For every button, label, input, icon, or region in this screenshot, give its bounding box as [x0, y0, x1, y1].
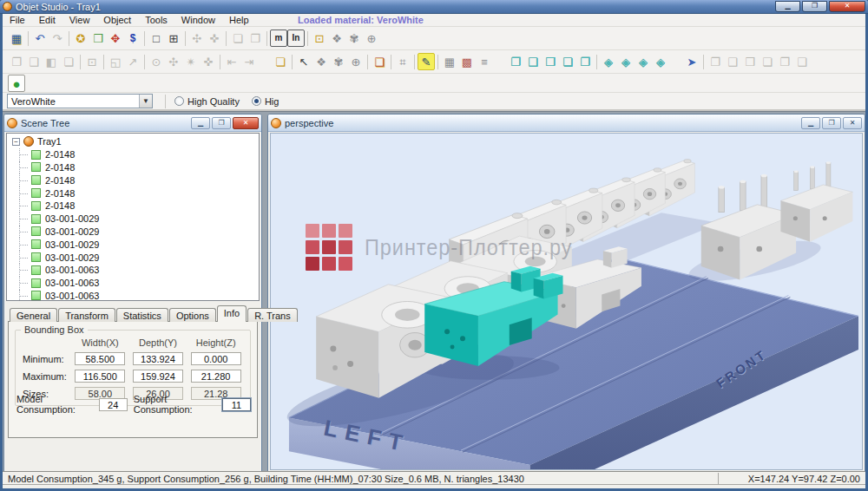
part-node-icon: [31, 278, 41, 288]
perspective-titlebar[interactable]: perspective ▁ ❐ ✕: [268, 115, 865, 132]
part-node-icon: [31, 226, 41, 236]
tree-root-row[interactable]: − Tray1: [7, 135, 259, 148]
col-height-z: Height(Z): [187, 337, 245, 348]
material-status-icon[interactable]: ●: [8, 75, 25, 92]
perspective-maximize-button[interactable]: ❐: [822, 117, 841, 129]
zoom-region-icon[interactable]: ⊡: [311, 29, 328, 47]
status-summary: Model Consumption_345 g, Support Consump…: [3, 473, 718, 485]
tree-item[interactable]: 2-0148: [7, 161, 259, 174]
toolbar-separator: [103, 55, 104, 69]
rotate-y-icon[interactable]: ◈: [617, 53, 635, 70]
group-objects-icon[interactable]: ❏: [272, 53, 289, 70]
minimum-z-field[interactable]: 0.000: [191, 352, 241, 365]
part-node-icon: [31, 252, 41, 262]
inches-icon[interactable]: In: [287, 29, 305, 47]
tree-view-icon[interactable]: ✾: [345, 29, 363, 47]
tab-r-trans[interactable]: R. Trans: [247, 308, 298, 322]
scene-tree-minimize-button[interactable]: ▁: [191, 117, 210, 129]
millimeters-icon[interactable]: m: [270, 29, 287, 47]
tab-info[interactable]: Info: [217, 305, 247, 322]
select-cursor-icon[interactable]: ↖: [295, 53, 312, 70]
insert-object-icon[interactable]: ❒: [89, 29, 107, 47]
tab-statistics[interactable]: Statistics: [116, 308, 168, 322]
window-minimize-button[interactable]: ▁: [775, 1, 800, 12]
transform-box-icon[interactable]: ⌗: [394, 53, 411, 70]
tab-options[interactable]: Options: [169, 308, 216, 322]
tree-item[interactable]: 03-001-0029: [7, 251, 259, 264]
cube-face-front-icon[interactable]: ❏: [559, 53, 576, 70]
window-link-icon[interactable]: ⊕: [363, 29, 380, 47]
tree-item[interactable]: 03-001-0029: [7, 226, 259, 239]
tree-item[interactable]: 03-001-0063: [7, 277, 259, 290]
menu-tools[interactable]: Tools: [138, 14, 174, 26]
model-consumption-field[interactable]: 24: [99, 398, 128, 411]
tree-item[interactable]: 03-001-0063: [7, 290, 259, 301]
radio-high-speed[interactable]: Hig: [252, 96, 279, 107]
cube-face-back-icon[interactable]: ❐: [576, 53, 594, 70]
toolbar-separator: [185, 31, 186, 46]
cube-face-top-icon[interactable]: ❒: [542, 53, 559, 70]
tab-general[interactable]: General: [10, 308, 57, 322]
menu-object[interactable]: Object: [96, 14, 138, 26]
minimum-y-field[interactable]: 133.924: [133, 352, 183, 365]
build-tray-icon[interactable]: ▦: [8, 29, 25, 47]
radio-high-quality[interactable]: High Quality: [174, 96, 240, 107]
tree-connector: [19, 264, 31, 277]
rotate-z-icon[interactable]: ◈: [635, 53, 652, 70]
model-consumption-label: Model Consumption:: [16, 394, 93, 415]
collapse-icon[interactable]: −: [12, 138, 20, 146]
tree-item[interactable]: 03-001-0029: [7, 238, 259, 251]
perspective-minimize-button[interactable]: ▁: [801, 117, 820, 129]
resize-view-icon: ↗: [124, 53, 141, 70]
menu-view[interactable]: View: [62, 14, 97, 26]
lock-icon[interactable]: ✪: [72, 29, 89, 47]
scene-tree-close-button[interactable]: ✕: [233, 117, 259, 129]
minimum-x-field[interactable]: 58.500: [75, 352, 125, 365]
grid-icon[interactable]: ▦: [441, 53, 458, 70]
menu-window[interactable]: Window: [174, 14, 222, 26]
menu-help[interactable]: Help: [222, 14, 256, 26]
tree-item[interactable]: 03-001-0063: [7, 264, 259, 277]
tree-item[interactable]: 03-001-0029: [7, 213, 259, 226]
hierarchy-icon[interactable]: ✾: [330, 53, 347, 70]
magic-placement-icon[interactable]: ❑: [371, 53, 388, 70]
fly-mode-icon[interactable]: ➤: [683, 53, 700, 70]
scene-tree-maximize-button[interactable]: ❐: [212, 117, 231, 129]
menu-file[interactable]: File: [3, 14, 32, 26]
chevron-down-icon[interactable]: ▼: [139, 95, 152, 108]
viewport-3d[interactable]: LEFT LEFT FRONT FRONT: [270, 133, 863, 470]
toolbar-separator: [437, 55, 438, 69]
paint-selected-icon[interactable]: ✎: [418, 53, 435, 70]
loaded-material-label: Loaded material: VeroWhite: [298, 15, 424, 25]
menu-edit[interactable]: Edit: [32, 14, 62, 26]
material-combobox[interactable]: VeroWhite ▼: [7, 94, 153, 108]
list-view-icon[interactable]: ≡: [476, 53, 493, 70]
maximum-x-field[interactable]: 116.500: [75, 370, 125, 383]
cube-face-right-icon[interactable]: ❑: [524, 53, 542, 70]
layout-single-icon[interactable]: □: [148, 29, 165, 47]
radio-high-quality-label: High Quality: [187, 96, 240, 107]
perspective-close-button[interactable]: ✕: [843, 117, 862, 129]
cube-face-left-icon[interactable]: ❐: [507, 53, 524, 70]
tree-item[interactable]: 2-0148: [7, 187, 259, 200]
tree-item[interactable]: 2-0148: [7, 200, 259, 213]
compass-icon[interactable]: ❖: [328, 29, 345, 47]
auto-placement-icon[interactable]: ✥: [107, 29, 124, 47]
undo-icon[interactable]: ↶: [31, 29, 49, 47]
window-maximize-button[interactable]: ❐: [802, 1, 827, 12]
rotate-x-icon[interactable]: ◈: [600, 53, 617, 70]
tree-item[interactable]: 2-0148: [7, 173, 259, 187]
axes-icon[interactable]: ❖: [312, 53, 330, 70]
attach-icon[interactable]: ⊕: [347, 53, 365, 70]
scene-tree-titlebar[interactable]: Scene Tree ▁ ❐ ✕: [4, 115, 261, 132]
support-consumption-field[interactable]: 11: [222, 398, 251, 411]
tree-item[interactable]: 2-0148: [7, 148, 259, 161]
window-close-button[interactable]: ✕: [829, 1, 865, 12]
tab-transform[interactable]: Transform: [58, 308, 115, 322]
maximum-y-field[interactable]: 159.924: [133, 370, 183, 383]
rotate-free-icon[interactable]: ◈: [652, 53, 669, 70]
layout-split-icon[interactable]: ⊞: [165, 29, 182, 47]
estimate-cost-icon[interactable]: $: [124, 29, 141, 47]
grid-material-icon[interactable]: ▩: [458, 53, 476, 70]
maximum-z-field[interactable]: 21.280: [191, 370, 241, 383]
